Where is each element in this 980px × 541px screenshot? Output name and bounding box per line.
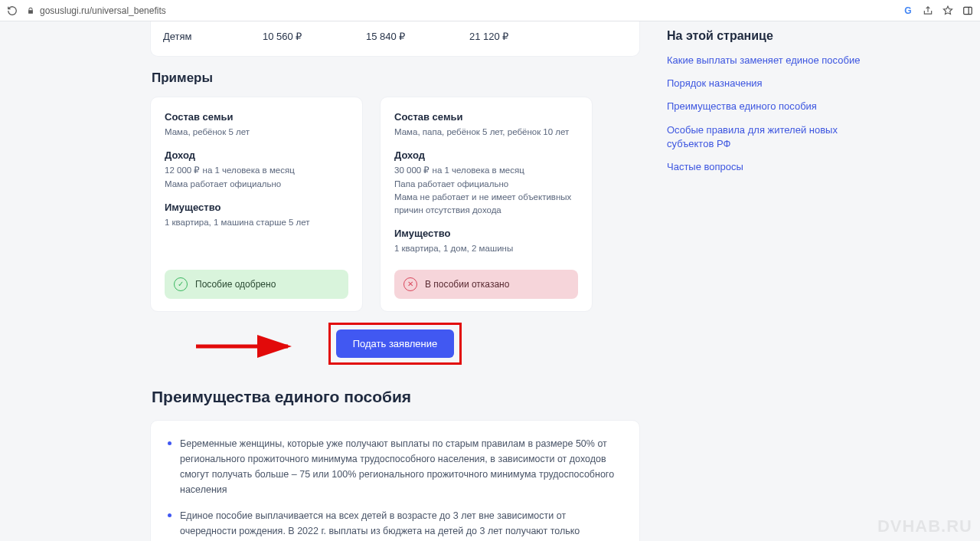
address-bar-url[interactable]: gosuslugi.ru/universal_benefits bbox=[40, 5, 166, 16]
status-text: Пособие одобрено bbox=[195, 279, 276, 290]
income-line: 12 000 ₽ на 1 человека в месяц bbox=[165, 166, 295, 175]
income-line: Папа работает официально bbox=[394, 179, 508, 189]
sidebar-link[interactable]: Особые правила для жителей новых субъект… bbox=[667, 123, 866, 151]
sidebar-link[interactable]: Преимущества единого пособия bbox=[667, 100, 866, 113]
property-title: Имущество bbox=[165, 202, 348, 213]
row-value-100: 21 120 ₽ bbox=[469, 31, 573, 42]
browser-toolbar: gosuslugi.ru/universal_benefits G bbox=[0, 0, 980, 21]
family-text: Мама, ребёнок 5 лет bbox=[165, 126, 348, 139]
example-card-denied: Состав семьи Мама, папа, ребёнок 5 лет, … bbox=[380, 97, 593, 312]
share-icon[interactable] bbox=[922, 5, 934, 17]
google-icon[interactable]: G bbox=[902, 5, 914, 17]
submit-application-button[interactable]: Подать заявление bbox=[336, 330, 454, 358]
property-text: 1 квартира, 1 дом, 2 машины bbox=[394, 242, 578, 255]
income-line: 30 000 ₽ на 1 человека в месяц bbox=[394, 166, 524, 175]
property-text: 1 квартира, 1 машина старше 5 лет bbox=[165, 216, 348, 229]
sidebar-link[interactable]: Какие выплаты заменяет единое пособие bbox=[667, 54, 866, 67]
family-title: Состав семьи bbox=[165, 111, 348, 123]
cross-circle-icon: ✕ bbox=[403, 277, 417, 291]
examples-heading: Примеры bbox=[152, 70, 640, 86]
sidebar-title: На этой странице bbox=[667, 29, 866, 43]
reload-icon[interactable] bbox=[6, 5, 18, 17]
payout-table-row: Детям 10 560 ₽ 15 840 ₽ 21 120 ₽ bbox=[150, 21, 640, 57]
lock-icon bbox=[26, 6, 35, 15]
status-badge-approved: ✓ Пособие одобрено bbox=[165, 270, 348, 299]
property-title: Имущество bbox=[394, 228, 578, 239]
income-title: Доход bbox=[165, 149, 348, 161]
bookmark-star-icon[interactable] bbox=[942, 5, 954, 17]
sidepanel-icon[interactable] bbox=[962, 5, 974, 17]
page-nav-sidebar: На этой странице Какие выплаты заменяет … bbox=[667, 21, 866, 541]
income-title: Доход bbox=[394, 149, 578, 161]
row-value-75: 15 840 ₽ bbox=[366, 31, 469, 42]
row-value-50: 10 560 ₽ bbox=[263, 31, 366, 42]
row-label: Детям bbox=[163, 31, 263, 42]
example-card-approved: Состав семьи Мама, ребёнок 5 лет Доход 1… bbox=[150, 97, 363, 312]
family-text: Мама, папа, ребёнок 5 лет, ребёнок 10 ле… bbox=[394, 126, 578, 139]
advantage-item: Единое пособие выплачивается на всех дет… bbox=[168, 508, 622, 542]
advantages-card: Беременные женщины, которые уже получают… bbox=[150, 420, 640, 542]
income-text: 12 000 ₽ на 1 человека в месяц Мама рабо… bbox=[165, 164, 348, 191]
sidebar-link[interactable]: Порядок назначения bbox=[667, 77, 866, 90]
status-text: В пособии отказано bbox=[425, 279, 509, 290]
status-badge-denied: ✕ В пособии отказано bbox=[394, 270, 578, 299]
advantages-heading: Преимущества единого пособия bbox=[152, 388, 640, 406]
income-line: Мама не работает и не имеет объективных … bbox=[394, 192, 571, 215]
watermark: DVHAB.RU bbox=[877, 516, 972, 536]
check-circle-icon: ✓ bbox=[174, 277, 188, 291]
sidebar-link[interactable]: Частые вопросы bbox=[667, 160, 866, 174]
income-line: Мама работает официально bbox=[165, 179, 281, 189]
family-title: Состав семьи bbox=[394, 111, 578, 123]
annotation-highlight-box: Подать заявление bbox=[328, 323, 462, 365]
annotation-arrow bbox=[196, 336, 303, 359]
svg-rect-0 bbox=[964, 7, 972, 14]
income-text: 30 000 ₽ на 1 человека в месяц Папа рабо… bbox=[394, 164, 578, 217]
advantage-item: Беременные женщины, которые уже получают… bbox=[168, 436, 622, 497]
